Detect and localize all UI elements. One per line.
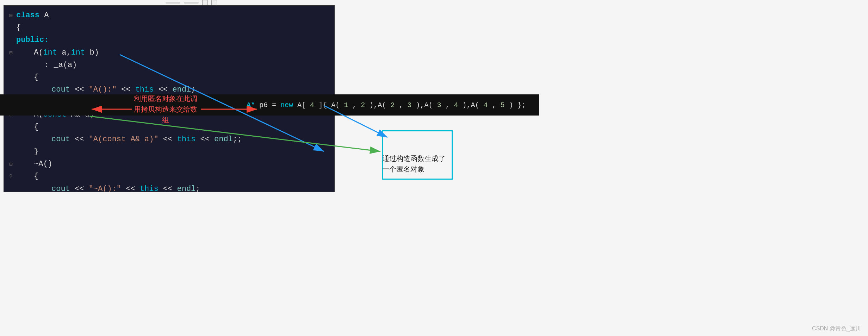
param-b: b) [85, 46, 104, 59]
gutter-2 [9, 24, 16, 33]
hint-button-1[interactable] [166, 2, 180, 4]
brace-open-3: { [34, 121, 38, 133]
num-3a: 3 [407, 101, 411, 109]
init-list: : _a(a) [44, 59, 77, 71]
annotation-strip: A* p6 = new A[ 4 ]{ A( 1 , 2 ),A( 2 , 3 … [0, 94, 539, 116]
brace-open-4: { [34, 170, 38, 182]
gutter-6 [9, 74, 16, 83]
red-line-2: 用拷贝构造来交给数 [134, 104, 197, 114]
strip-p4: ),A( [463, 101, 479, 109]
num-4: 4 [310, 101, 314, 109]
num-2a: 2 [361, 101, 365, 109]
gutter-12 [9, 148, 16, 157]
str-2: "A(const A& a)" [89, 133, 159, 145]
strip-p2: ),A( [369, 101, 386, 109]
kw-public: public: [16, 34, 49, 46]
op-7: << [70, 183, 89, 192]
kw-this-2: this [177, 133, 196, 145]
num-3b: 3 [437, 101, 441, 109]
code-line-2: { [9, 21, 329, 34]
kw-endl-2: endl [214, 133, 233, 145]
op-5: << [159, 133, 177, 145]
code-line-15: cout << "~A():" << this << endl ; [9, 183, 329, 192]
code-line-4: ⊟ A( int a, int b) [9, 46, 329, 59]
gutter-5 [9, 61, 16, 70]
semi-3: ; [196, 183, 200, 192]
num-5: 5 [501, 101, 505, 109]
red-line-3: 组 [134, 114, 197, 125]
gutter-15 [9, 185, 16, 192]
op-9: << [159, 183, 177, 192]
semi-2: ;; [233, 133, 242, 145]
watermark: CSDN @青色_远川 [812, 325, 861, 332]
gutter-7 [9, 86, 16, 95]
num-4b: 4 [484, 101, 488, 109]
code-line-1: ⊟ class A [9, 9, 329, 21]
strip-end: ) }; [509, 101, 526, 109]
hint-square-2 [211, 0, 217, 6]
destructor: ~A() [34, 158, 52, 170]
top-hint-area [166, 0, 217, 5]
red-line-1: 利用匿名对象在此调 [134, 93, 197, 104]
annotation-cyan-text: 通过构造函数生成了 一个匿名对象 [382, 153, 446, 174]
hint-square-1 [202, 0, 208, 6]
gutter-3 [9, 36, 16, 45]
code-line-3: public: [9, 34, 329, 46]
brace-open-2: { [34, 71, 38, 83]
strip-var: p6 = [259, 101, 280, 109]
param-a: a, [57, 46, 71, 59]
cyan-line-1: 通过构造函数生成了 [382, 153, 446, 164]
strip-arr: A[ [297, 101, 306, 109]
strip-comma2: , [399, 101, 403, 109]
kw-this-3: this [140, 183, 159, 192]
hint-button-2[interactable] [184, 2, 199, 4]
annotation-red-text: 利用匿名对象在此调 用拷贝构造来交给数 组 [134, 93, 197, 125]
strip-comma4: , [492, 101, 496, 109]
num-1a: 1 [344, 101, 348, 109]
op-6: << [196, 133, 214, 145]
num-2b: 2 [390, 101, 395, 109]
strip-comma3: , [445, 101, 450, 109]
gutter-10 [9, 123, 16, 132]
kw-endl-3: endl [177, 183, 196, 192]
strip-text: A* p6 = new A[ 4 ]{ A( 1 , 2 ),A( 2 , 3 … [247, 101, 526, 109]
gutter-11 [9, 136, 16, 145]
cyan-line-2: 一个匿名对象 [382, 164, 446, 174]
gutter-1: ⊟ [9, 12, 16, 21]
class-name: A [39, 9, 49, 21]
num-4a: 4 [454, 101, 458, 109]
gutter-4: ⊟ [9, 49, 16, 58]
gutter-14: ? [9, 173, 16, 182]
code-line-12: } [9, 145, 329, 158]
str-3: "~A():" [89, 183, 121, 192]
strip-comma1: , [352, 101, 356, 109]
kw-cout-2: cout [51, 133, 70, 145]
code-line-5: : _a(a) [9, 59, 329, 71]
constructor-name: A( [34, 46, 43, 59]
kw-class: class [16, 9, 39, 21]
brace-close-2: } [34, 145, 38, 158]
gutter-13: ⊟ [9, 160, 16, 169]
kw-int-1: int [43, 46, 57, 59]
strip-init: ]{ A( [318, 101, 340, 109]
kw-int-2: int [71, 46, 85, 59]
strip-type: A* [247, 101, 255, 109]
code-line-14: ? { [9, 170, 329, 182]
code-line-6: { [9, 71, 329, 83]
op-4: << [70, 133, 89, 145]
code-line-13: ⊟ ~A() [9, 158, 329, 170]
kw-cout-3: cout [51, 183, 70, 192]
kw-new: new [280, 101, 293, 109]
op-8: << [121, 183, 140, 192]
brace-open: { [16, 21, 21, 34]
code-line-11: cout << "A(const A& a)" << this << endl … [9, 133, 329, 145]
strip-p3: ),A( [416, 101, 433, 109]
